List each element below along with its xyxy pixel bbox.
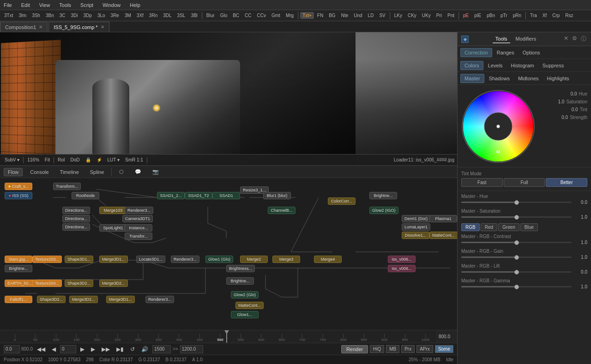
tool-gmt[interactable]: Gmt	[269, 12, 283, 19]
fit-btn[interactable]: Fit	[43, 157, 52, 163]
node-iss-v006b[interactable]: iss_v006...	[388, 265, 416, 272]
pb-prx-btn[interactable]: Prx	[401, 345, 415, 353]
node-dissolve1[interactable]: Dissolve1...	[402, 232, 429, 239]
tool-crp[interactable]: Crp	[550, 12, 562, 19]
tab-composition1[interactable]: Composition1 ✕	[0, 22, 48, 32]
node-instance[interactable]: Instance...	[125, 224, 152, 232]
tool-und[interactable]: Und	[351, 12, 364, 19]
menu-tools[interactable]: Tools	[57, 1, 73, 9]
gamma-slider-track[interactable]	[461, 286, 572, 287]
menu-window[interactable]: Window	[101, 1, 122, 9]
node-texture203[interactable]: Texture203...	[32, 256, 62, 263]
node-shape3d1[interactable]: Shape3D1...	[65, 256, 93, 263]
ng-tab-console[interactable]: Console	[26, 168, 52, 176]
node-ssad1-t2[interactable]: SSAD1_T2	[185, 192, 212, 199]
lut-btn[interactable]: LUT ▾	[106, 157, 122, 163]
node-rootnode[interactable]: RootNode	[72, 192, 99, 199]
contrast-slider-track[interactable]	[461, 242, 572, 243]
node-ssad1[interactable]: SSAD1	[212, 192, 240, 199]
lock-btn[interactable]: 🔒	[84, 157, 93, 163]
pb-loop[interactable]: ↺	[128, 346, 137, 353]
node-colorcorr[interactable]: ColorCorr...	[328, 197, 356, 205]
node-locate3d1[interactable]: Locate3D1...	[136, 256, 165, 263]
node-merge103[interactable]: Merge103	[99, 207, 127, 214]
cc-master-btn[interactable]: Master	[460, 74, 484, 83]
tool-ptr[interactable]: pTr	[498, 12, 510, 19]
lift-slider-track[interactable]	[461, 271, 572, 273]
tool-cc[interactable]: CC	[242, 12, 253, 19]
node-spotlight1[interactable]: SpotLight1	[99, 224, 127, 232]
node-transform2[interactable]: Transfor...	[125, 233, 152, 240]
hue-slider-track[interactable]	[461, 202, 572, 203]
node-blur1[interactable]: Blur1 (blur)	[263, 192, 291, 199]
node-directional3[interactable]: Directiona...	[62, 223, 90, 231]
zoom-btn[interactable]: 116%	[25, 157, 41, 163]
node-directional1[interactable]: Directiona...	[62, 207, 90, 214]
pb-hiq-btn[interactable]: HiQ	[370, 345, 384, 353]
ng-tab-spline[interactable]: Spline	[86, 168, 108, 176]
tab-iss[interactable]: ISS_5_9SG.comp * ✕	[48, 22, 109, 32]
ct-colors-btn[interactable]: Colors	[460, 61, 483, 70]
rt-ranges-btn[interactable]: Ranges	[493, 48, 518, 57]
tool-bg[interactable]: BG	[326, 12, 338, 19]
red-tab-btn[interactable]: Red	[481, 223, 497, 231]
node-stars[interactable]: Stars.jpg...	[5, 256, 32, 263]
node-falloff1[interactable]: Falloff1...	[5, 296, 32, 303]
tool-blur[interactable]: Blur	[204, 12, 217, 19]
gamma-slider-thumb[interactable]	[514, 285, 519, 289]
timeline-ruler[interactable]: 0 50 100 150 200 250 300 350 400 450 500…	[0, 330, 436, 343]
node-texture204[interactable]: Texture204...	[32, 280, 62, 287]
tool-3re[interactable]: 3Re	[109, 12, 121, 19]
smr-btn[interactable]: SmR 1:1	[123, 157, 145, 163]
node-renderer3b[interactable]: Renderer3...	[171, 256, 199, 263]
menu-view[interactable]: View	[37, 1, 52, 9]
node-transform1[interactable]: Transform...	[53, 183, 81, 190]
sat-slider-thumb[interactable]	[514, 215, 519, 220]
node-glow1b[interactable]: Glow1...	[231, 311, 259, 318]
tool-rsz[interactable]: Rsz	[563, 12, 575, 19]
pb-aprx-btn[interactable]: APrx	[416, 345, 433, 353]
tool-3xf[interactable]: 3Xf	[134, 12, 146, 19]
ng-share-btn[interactable]: ⬡	[115, 168, 127, 176]
tool-3sl[interactable]: 3SL	[175, 12, 188, 19]
tool-mrg[interactable]: Mrg	[283, 12, 296, 19]
view-mode-btn[interactable]: SubV ▾	[3, 157, 21, 163]
cc-shadows-btn[interactable]: Shadows	[485, 74, 513, 83]
menu-edit[interactable]: Edit	[19, 1, 32, 9]
node-directional2[interactable]: Directiona...	[62, 215, 90, 222]
node-canvas[interactable]: ● Craft_s... ● ISS (SS) Transform... Roo…	[0, 178, 457, 330]
pb-skip-back[interactable]: ◀◀	[35, 346, 48, 353]
tool-3bn[interactable]: 3Bn	[43, 12, 56, 19]
node-craft[interactable]: ● Craft_s...	[5, 183, 32, 190]
gain-slider-track[interactable]	[461, 257, 572, 258]
tool-3im[interactable]: 3Im	[16, 12, 29, 19]
dod-btn[interactable]: DoD	[69, 157, 82, 163]
tool-3lo[interactable]: 3Lo	[95, 12, 108, 19]
tool-pie[interactable]: pIE	[472, 12, 483, 19]
node-merge3d1c[interactable]: Merge3D1...	[106, 296, 135, 303]
node-merge2[interactable]: Merge2	[240, 256, 268, 263]
node-glow1[interactable]: Glow1 (Glo)	[205, 256, 233, 263]
tab-composition1-close[interactable]: ✕	[39, 24, 42, 30]
node-renderer3a[interactable]: Renderer3...	[125, 207, 153, 214]
tool-3txt[interactable]: 3Txt	[2, 12, 15, 19]
cc-midtones-btn[interactable]: Midtones	[514, 74, 543, 83]
pb-audio[interactable]: 🔊	[139, 346, 151, 353]
node-plasma1[interactable]: Plasma1	[429, 215, 457, 222]
pb-frame-input[interactable]	[60, 345, 76, 353]
tool-pbn[interactable]: pBn	[484, 12, 497, 19]
node-merge3d1b[interactable]: Merge3D1...	[99, 256, 128, 263]
node-brightness1[interactable]: Brightne...	[369, 192, 397, 199]
menu-file[interactable]: File	[2, 1, 14, 9]
menu-help[interactable]: Help	[128, 1, 142, 9]
cc-highlights-btn[interactable]: Highlights	[543, 74, 573, 83]
tool-3di[interactable]: 3Di	[69, 12, 80, 19]
tool-txt[interactable]: Txt+	[300, 12, 314, 19]
tool-pri[interactable]: Pri	[434, 12, 444, 19]
rh-close-icon[interactable]: ✕	[563, 34, 569, 44]
tm-better-btn[interactable]: Better	[546, 178, 587, 187]
tool-3rn[interactable]: 3Rn	[147, 12, 160, 19]
tool-3bl[interactable]: 3Bl	[188, 12, 199, 19]
node-mattecont1[interactable]: MatteCont...	[429, 232, 457, 239]
node-shape3d22[interactable]: Shape3D2...	[37, 296, 66, 303]
